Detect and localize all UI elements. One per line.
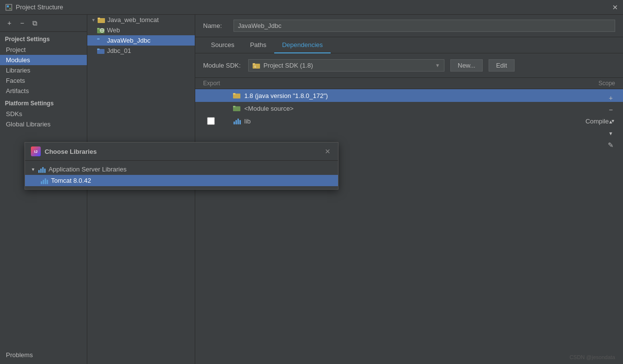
sidebar-item-label: Libraries (6, 67, 30, 74)
main-content: Name: Sources Paths Dependencies Module … (195, 15, 623, 364)
dependency-name: lib (244, 118, 566, 125)
edit-sdk-button[interactable]: Edit (489, 59, 514, 72)
dep-actions: + − ▲ ▼ ✎ (605, 93, 616, 150)
sdk-folder-icon: S (253, 62, 260, 69)
move-down-dep-button[interactable]: ▼ (605, 128, 616, 139)
dependencies-table: Export Scope 1.8 (java version "1.8.0_17… (195, 78, 623, 364)
dependency-name: <Module source> (244, 105, 566, 112)
add-module-button[interactable]: + (4, 18, 15, 28)
deps-table-header: Export Scope (195, 78, 623, 89)
tree-item-label: Java_web_tomcat (107, 16, 159, 24)
project-settings-header: Project Settings (0, 32, 87, 45)
sidebar-item-label: Modules (6, 56, 30, 64)
tab-paths[interactable]: Paths (242, 37, 274, 53)
source-folder-icon (233, 104, 241, 113)
tree-item-jdbc-01[interactable]: Jdbc_01 (87, 46, 195, 56)
popup-group-app-server-libs[interactable]: ▼ Application Server Libraries (195, 164, 338, 175)
sidebar-item-label: SDKs (6, 110, 22, 118)
svg-rect-19 (233, 93, 235, 95)
sdk-value: Project SDK (1.8) (263, 62, 313, 69)
sidebar-toolbar: + − ⧉ (0, 15, 87, 32)
sidebar-item-problems[interactable]: Problems (0, 350, 87, 360)
lib-icon (233, 117, 241, 125)
move-up-dep-button[interactable]: ▲ (605, 116, 616, 127)
app-icon (5, 3, 13, 11)
title-bar: Project Structure ✕ (0, 0, 623, 15)
svg-rect-2 (9, 8, 11, 9)
scope-column-header: Scope (566, 80, 615, 87)
dependency-tabs: Sources Paths Dependencies (195, 37, 623, 53)
new-sdk-button[interactable]: New... (450, 59, 483, 72)
tree-item-label: Jdbc_01 (107, 47, 131, 54)
tree-item-java-web-tomcat[interactable]: ▼ Java_web_tomcat (87, 15, 195, 25)
tab-sources[interactable]: Sources (203, 37, 242, 53)
tree-item-label: Web (107, 26, 120, 34)
popup-body: ▼ Application Server Libraries (195, 161, 338, 189)
remove-module-button[interactable]: − (17, 18, 27, 28)
add-dep-button[interactable]: + (605, 93, 616, 103)
svg-rect-21 (233, 106, 235, 107)
svg-rect-16 (253, 63, 255, 65)
sidebar-item-global-libraries[interactable]: Global Libraries (0, 119, 87, 129)
sidebar-item-label: Global Libraries (6, 121, 51, 128)
popup-close-button[interactable]: ✕ (323, 147, 332, 156)
name-label: Name: (203, 22, 228, 29)
popup-title: Choose Libraries (195, 148, 319, 155)
chevron-down-icon: ▼ (435, 63, 440, 68)
sidebar-item-artifacts[interactable]: Artifacts (0, 86, 87, 96)
sidebar-item-label: Project (6, 46, 26, 53)
sidebar-item-sdks[interactable]: SDKs (0, 109, 87, 119)
sidebar-item-libraries[interactable]: Libraries (0, 65, 87, 75)
module-sdk-label: Module SDK: (203, 62, 242, 69)
close-button[interactable]: ✕ (612, 3, 618, 11)
sidebar-item-modules[interactable]: Modules (0, 55, 87, 65)
popup-item-tomcat[interactable]: Tomcat 8.0.42 (195, 175, 338, 186)
platform-settings-header: Platform Settings (0, 96, 87, 109)
remove-dep-button[interactable]: − (605, 104, 616, 115)
dependency-export-checkbox[interactable] (207, 117, 215, 125)
sidebar-item-label: Problems (6, 351, 33, 359)
sdk-dropdown[interactable]: S Project SDK (1.8) ▼ (248, 59, 444, 72)
sidebar-item-project[interactable]: Project (0, 45, 87, 55)
sdk-folder-icon (233, 91, 241, 100)
svg-rect-7 (97, 28, 100, 29)
sidebar-item-label: Facets (6, 77, 25, 84)
window-title: Project Structure (16, 3, 612, 11)
svg-rect-1 (7, 5, 9, 7)
choose-libraries-popup: IJ Choose Libraries ✕ ▼ Applic (195, 142, 338, 190)
svg-rect-14 (97, 49, 100, 50)
folder-icon (98, 17, 105, 24)
copy-module-button[interactable]: ⧉ (29, 18, 40, 28)
dependency-row-module-source[interactable]: <Module source> (195, 102, 623, 115)
tree-item-web[interactable]: Web (87, 25, 195, 35)
expand-arrow: ▼ (91, 18, 96, 23)
svg-rect-12 (97, 38, 100, 40)
tree-item-label: JavaWeb_Jdbc (107, 37, 151, 44)
watermark: CSDN @jesondata (570, 354, 615, 360)
sidebar-item-facets[interactable]: Facets (0, 75, 87, 86)
name-bar: Name: (195, 15, 623, 37)
export-column-header: Export (203, 80, 233, 87)
name-column-header (233, 80, 566, 87)
module-sdk-row: Module SDK: S Project SDK (1.8) ▼ New...… (195, 53, 623, 78)
svg-rect-5 (98, 18, 100, 19)
module-folder-icon (97, 37, 105, 44)
module-folder-icon (97, 48, 105, 54)
tree-item-javaweb-jdbc[interactable]: JavaWeb_Jdbc (87, 35, 195, 46)
dependency-row-jdk[interactable]: 1.8 (java version "1.8.0_172") (195, 89, 623, 102)
dependency-name: 1.8 (java version "1.8.0_172") (244, 92, 566, 99)
popup-header: IJ Choose Libraries ✕ (195, 143, 338, 161)
web-folder-icon (97, 27, 105, 34)
svg-text:S: S (254, 65, 256, 68)
edit-dep-button[interactable]: ✎ (605, 140, 616, 150)
name-input[interactable] (234, 20, 615, 32)
sidebar-item-label: Artifacts (6, 87, 29, 95)
tab-dependencies[interactable]: Dependencies (274, 37, 331, 53)
dependency-row-lib[interactable]: lib Compile ▼ (195, 115, 623, 127)
